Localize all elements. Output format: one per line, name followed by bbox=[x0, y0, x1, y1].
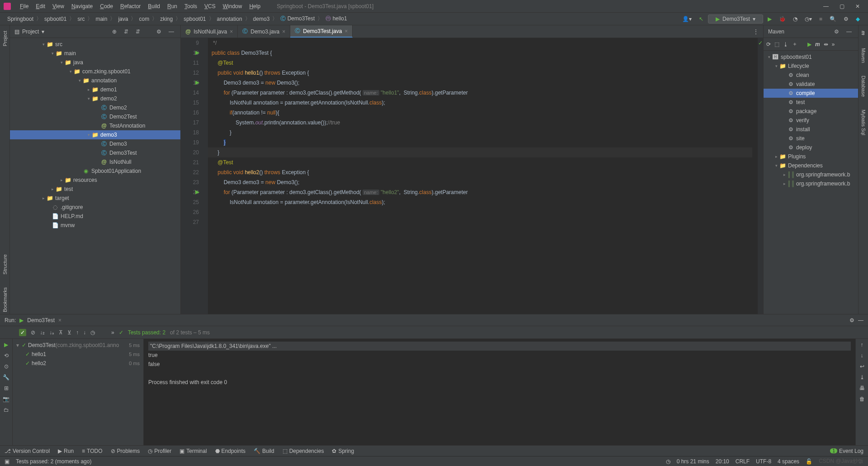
codewithme-icon[interactable]: ◆ bbox=[853, 15, 863, 23]
breadcrumb-item[interactable]: spboot01 bbox=[182, 16, 208, 22]
panel-hide-icon[interactable]: — bbox=[167, 29, 176, 35]
tree-node[interactable]: ▸📁demo1 bbox=[10, 85, 180, 94]
close-tab-icon[interactable]: × bbox=[344, 28, 348, 34]
run-button[interactable]: ▶ bbox=[765, 15, 774, 23]
menu-edit[interactable]: Edit bbox=[32, 2, 49, 10]
debug-button[interactable]: 🐞 bbox=[776, 15, 788, 23]
menu-help[interactable]: Help bbox=[245, 2, 264, 10]
scroll-up-icon[interactable]: ↑ bbox=[861, 342, 863, 348]
add-config-icon[interactable]: 👤▾ bbox=[679, 15, 694, 23]
history-icon[interactable]: ◷ bbox=[90, 329, 95, 336]
window-maximize-button[interactable]: ▢ bbox=[835, 1, 849, 11]
next-icon[interactable]: ↓ bbox=[83, 329, 86, 336]
menu-vcs[interactable]: VCS bbox=[201, 2, 219, 10]
soft-wrap-icon[interactable]: ↩ bbox=[860, 363, 864, 370]
collapse-icon[interactable]: ⊻ bbox=[67, 329, 71, 336]
tree-node[interactable]: ⒸDemo2 bbox=[10, 103, 180, 112]
tree-node[interactable]: @TestAnnotation bbox=[10, 121, 180, 130]
breadcrumb-item[interactable]: src bbox=[75, 16, 86, 22]
maven-tree[interactable]: ▾🅼spboottest01▾📁Lifecycle⚙clean⚙validate… bbox=[764, 51, 858, 314]
project-tree[interactable]: ▾📁src▾📁main▾📁java▾📁com.zking.spboot01▾📁a… bbox=[10, 38, 180, 314]
editor-tab[interactable]: ⒸDemo3Test.java× bbox=[290, 25, 353, 38]
settings-icon[interactable]: ⚙ bbox=[841, 15, 851, 23]
menu-run[interactable]: Run bbox=[164, 2, 181, 10]
maven-node[interactable]: ⚙deploy bbox=[764, 143, 858, 152]
maven-execute-icon[interactable]: m bbox=[815, 41, 820, 48]
tree-node[interactable]: ▸📁test bbox=[10, 185, 180, 194]
tree-node[interactable]: 📄mvnw bbox=[10, 221, 180, 230]
indent[interactable]: 4 spaces bbox=[778, 458, 799, 465]
expand-icon[interactable]: ⊼ bbox=[59, 329, 63, 336]
stop-test-icon[interactable]: 🔧 bbox=[3, 374, 9, 380]
test-node[interactable]: ✓hello1 5 ms bbox=[13, 350, 143, 359]
toolwin-version-control[interactable]: ⎇Version Control bbox=[5, 448, 50, 454]
maven-toggle-offline-icon[interactable]: ⇹ bbox=[824, 41, 828, 48]
tree-node[interactable]: ◌.gitignore bbox=[10, 203, 180, 212]
maven-add-icon[interactable]: ＋ bbox=[792, 40, 797, 48]
bookmarks-tool-tab[interactable]: Bookmarks bbox=[2, 285, 8, 314]
scroll-to-end-icon[interactable]: ⤓ bbox=[860, 374, 864, 380]
structure-tool-tab[interactable]: Structure bbox=[2, 252, 8, 276]
editor-tab[interactable]: @IsNotNull.java× bbox=[181, 25, 238, 38]
menu-refactor[interactable]: Refactor bbox=[117, 2, 144, 10]
window-close-button[interactable]: ✕ bbox=[851, 1, 864, 11]
maven-tool-label[interactable]: Maven bbox=[861, 46, 866, 65]
readonly-icon[interactable]: 🔓 bbox=[806, 458, 812, 465]
toolwin-profiler[interactable]: ◷Profiler bbox=[148, 448, 171, 454]
toolwin-spring[interactable]: ✿Spring bbox=[332, 448, 354, 454]
breadcrumb-item[interactable]: spboot01 bbox=[42, 16, 68, 22]
toolwin-dependencies[interactable]: ⬚Dependencies bbox=[283, 448, 324, 454]
run-gutter-icon[interactable]: ▶ bbox=[195, 189, 199, 195]
code-editor[interactable]: 9101112131415161718192021222324252627 ▶▶… bbox=[181, 38, 763, 314]
tree-node[interactable]: ▾📁java bbox=[10, 58, 180, 67]
run-config-selector[interactable]: ▶ Demo3Test ▾ bbox=[708, 14, 763, 24]
collapse-all-icon[interactable]: ⇵ bbox=[134, 29, 142, 35]
maven-generate-icon[interactable]: ⬚ bbox=[774, 41, 779, 48]
layout-icon[interactable]: ⊞ bbox=[4, 385, 9, 391]
maven-node[interactable]: ⚙verify bbox=[764, 116, 858, 125]
run-gutter-icon[interactable]: ▶ bbox=[195, 49, 199, 56]
toolwin-run[interactable]: ▶Run bbox=[58, 448, 74, 454]
tree-node[interactable]: 📄HELP.md bbox=[10, 212, 180, 221]
maven-node[interactable]: ▾🅼spboottest01 bbox=[764, 52, 858, 62]
event-log-button[interactable]: 1 Event Log bbox=[830, 448, 863, 454]
maven-settings-icon[interactable]: ⚙ bbox=[832, 29, 841, 35]
pin-icon[interactable]: 📷 bbox=[3, 396, 9, 402]
maven-node[interactable]: ▸📁Plugins bbox=[764, 152, 858, 161]
search-everywhere-icon[interactable]: 🔍 bbox=[827, 15, 839, 23]
chevron-down-icon[interactable]: ▾ bbox=[42, 29, 44, 35]
expand-all-icon[interactable]: ⇵ bbox=[122, 29, 130, 35]
maven-node[interactable]: ⚙test bbox=[764, 98, 858, 107]
toolwin-terminal[interactable]: ▣Terminal bbox=[179, 448, 207, 454]
maven-node[interactable]: ▾📁Dependencies bbox=[764, 161, 858, 170]
maven-node[interactable]: ▸║║org.springframework.b bbox=[764, 179, 858, 188]
breadcrumb-item[interactable]: Springboot bbox=[5, 16, 35, 22]
show-passed-icon[interactable]: ✓ bbox=[19, 329, 26, 336]
maven-node[interactable]: ⚙install bbox=[764, 125, 858, 134]
maven-node[interactable]: ⚙compile bbox=[764, 89, 858, 98]
mybatis-tool-tab[interactable]: Mybatis Sql bbox=[861, 108, 866, 137]
prev-icon[interactable]: ↑ bbox=[76, 329, 79, 336]
close-tab-icon[interactable]: × bbox=[230, 29, 233, 35]
close-tab-icon[interactable]: × bbox=[282, 29, 285, 35]
maven-more-icon[interactable]: » bbox=[832, 41, 835, 48]
toolwin-build[interactable]: 🔨Build bbox=[254, 448, 274, 454]
tree-node[interactable]: ▾📁annotation bbox=[10, 76, 180, 85]
breadcrumb-item[interactable]: ⓜ hello1 bbox=[324, 15, 349, 23]
profile-button[interactable]: ◷▾ bbox=[802, 15, 815, 23]
run-gutter-icon[interactable]: ▶ bbox=[195, 79, 199, 86]
tree-node[interactable]: ▾📁src bbox=[10, 40, 180, 49]
database-tool-tab[interactable]: Database bbox=[861, 74, 866, 99]
rerun-icon[interactable]: ▶ bbox=[4, 342, 8, 348]
maven-tool-tab[interactable]: m bbox=[861, 29, 866, 37]
line-separator[interactable]: CRLF bbox=[736, 458, 750, 465]
tree-node[interactable]: @IsNotNull bbox=[10, 157, 180, 166]
tree-node[interactable]: ⒸDemo3 bbox=[10, 139, 180, 148]
run-settings-icon[interactable]: ⚙ bbox=[849, 317, 854, 323]
menu-file[interactable]: File bbox=[16, 2, 32, 10]
tree-node[interactable]: ⒸDemo3Test bbox=[10, 148, 180, 157]
sort-alpha-icon[interactable]: ↓ₐ bbox=[49, 329, 54, 336]
menu-view[interactable]: View bbox=[49, 2, 68, 10]
menu-navigate[interactable]: Navigate bbox=[68, 2, 96, 10]
select-opened-file-icon[interactable]: ⊕ bbox=[110, 29, 118, 35]
